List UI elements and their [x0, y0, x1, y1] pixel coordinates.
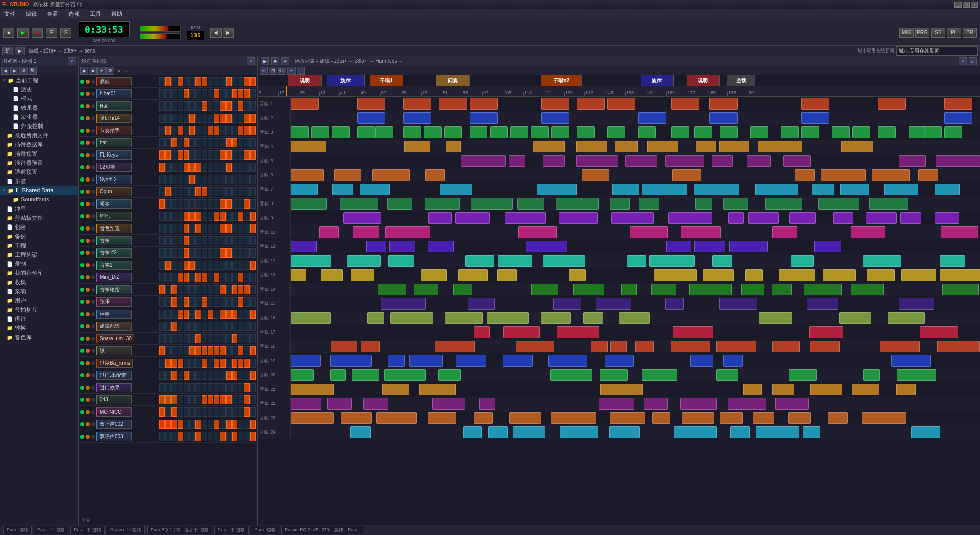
step-btn-6-2[interactable]: [172, 150, 177, 160]
step-btn-14-11[interactable]: [226, 248, 232, 258]
step-btn-16-7[interactable]: [202, 273, 207, 282]
step-btn-14-2[interactable]: [172, 248, 177, 258]
step-btn-6-11[interactable]: [226, 150, 232, 160]
clip-2-0[interactable]: [291, 126, 309, 138]
clip-15-1[interactable]: [368, 312, 384, 324]
step-led-active-2[interactable]: [80, 104, 84, 108]
step-btn-3-3[interactable]: [178, 114, 183, 123]
step-btn-29-3[interactable]: [178, 432, 183, 441]
step-btn-8-0[interactable]: [159, 175, 165, 184]
step-btn-14-1[interactable]: [165, 248, 171, 258]
step-led-solo-16[interactable]: [91, 275, 95, 279]
track-content-23[interactable]: [291, 425, 980, 439]
track-content-13[interactable]: [291, 283, 980, 296]
step-btn-10-1[interactable]: [165, 199, 171, 209]
seq-settings-button[interactable]: ⚙: [106, 67, 114, 75]
step-btn-3-10[interactable]: [220, 114, 226, 123]
clip-18-5[interactable]: [503, 355, 533, 367]
clip-21-4[interactable]: [479, 398, 495, 410]
clip-10-1[interactable]: [366, 241, 386, 252]
step-btn-28-6[interactable]: [195, 420, 201, 429]
clip-5-3[interactable]: [425, 169, 445, 181]
step-btn-20-7[interactable]: [202, 322, 207, 331]
step-led-solo-10[interactable]: [91, 202, 95, 206]
clip-3-4[interactable]: [576, 141, 607, 152]
clip-23-3[interactable]: [513, 426, 545, 438]
step-led-mute-6[interactable]: [86, 153, 90, 157]
clip-12-4[interactable]: [458, 269, 488, 281]
step-btn-26-13[interactable]: [238, 395, 243, 404]
step-btn-26-4[interactable]: [184, 395, 189, 404]
step-track-name-24[interactable]: 过门.出配套: [96, 371, 132, 380]
step-btn-27-10[interactable]: [220, 407, 226, 417]
step-btn-6-15[interactable]: [250, 150, 256, 160]
clip-4-7[interactable]: [747, 155, 771, 167]
step-btn-5-0[interactable]: [159, 138, 165, 147]
step-led-solo-14[interactable]: [91, 251, 95, 255]
step-btn-21-1[interactable]: [165, 334, 171, 343]
step-led-mute-1[interactable]: [86, 92, 90, 96]
step-btn-28-8[interactable]: [208, 420, 213, 429]
step-track-name-0[interactable]: 底鼓: [96, 77, 132, 86]
step-btn-21-3[interactable]: [178, 334, 183, 343]
clip-23-2[interactable]: [488, 426, 508, 438]
step-btn-19-15[interactable]: [250, 310, 256, 319]
step-btn-23-9[interactable]: [214, 359, 219, 368]
step-btn-13-13[interactable]: [238, 236, 243, 245]
step-btn-7-14[interactable]: [244, 163, 250, 172]
step-btn-0-10[interactable]: [220, 77, 226, 86]
track-content-0[interactable]: [291, 97, 980, 111]
browser-item-13[interactable]: ▶📁Soundfonts: [0, 195, 78, 204]
step-led-mute-4[interactable]: [86, 129, 90, 133]
clip-11-2[interactable]: [388, 255, 414, 267]
step-btn-24-13[interactable]: [238, 371, 243, 380]
clip-8-11[interactable]: [866, 212, 897, 224]
clip-9-2[interactable]: [385, 226, 430, 238]
step-led-solo-18[interactable]: [91, 300, 95, 304]
step-btn-8-8[interactable]: [208, 175, 213, 184]
status-tab-4[interactable]: Para.EQ 2 (.5) - 混音平 包格: [147, 526, 212, 534]
clip-4-6[interactable]: [712, 155, 733, 167]
step-btn-15-2[interactable]: [172, 261, 177, 270]
clip-0-11[interactable]: [878, 98, 906, 110]
step-btn-17-0[interactable]: [159, 285, 165, 294]
step-btn-14-9[interactable]: [214, 248, 219, 258]
step-btn-15-15[interactable]: [250, 261, 256, 270]
step-btn-8-4[interactable]: [184, 175, 189, 184]
menu-file[interactable]: 文件: [2, 9, 17, 19]
clip-13-7[interactable]: [689, 284, 732, 295]
step-btn-5-12[interactable]: [232, 138, 238, 147]
clip-9-3[interactable]: [518, 226, 557, 238]
step-led-mute-2[interactable]: [86, 104, 90, 108]
step-btn-27-13[interactable]: [238, 407, 243, 417]
clip-20-5[interactable]: [772, 384, 794, 395]
clip-10-2[interactable]: [389, 241, 415, 252]
step-btn-14-15[interactable]: [250, 248, 256, 258]
clip-20-4[interactable]: [743, 384, 762, 395]
step-btn-22-0[interactable]: [159, 346, 165, 355]
step-led-solo-13[interactable]: [91, 239, 95, 243]
step-led-mute-9[interactable]: [86, 190, 90, 194]
step-btn-8-10[interactable]: [220, 175, 226, 184]
step-led-mute-14[interactable]: [86, 251, 90, 255]
step-btn-0-1[interactable]: [165, 77, 171, 86]
clip-2-17[interactable]: [694, 126, 712, 138]
step-btn-21-4[interactable]: [184, 334, 189, 343]
step-btn-23-7[interactable]: [202, 359, 207, 368]
step-btn-29-0[interactable]: [159, 432, 165, 441]
clip-10-8[interactable]: [814, 241, 841, 252]
clip-16-5[interactable]: [920, 326, 958, 338]
step-btn-29-2[interactable]: [172, 432, 177, 441]
step-btn-27-8[interactable]: [208, 407, 213, 417]
step-led-active-1[interactable]: [80, 92, 84, 96]
step-btn-23-10[interactable]: [220, 359, 226, 368]
step-btn-1-8[interactable]: [208, 89, 213, 98]
clip-19-7[interactable]: [642, 369, 677, 381]
clip-3-7[interactable]: [696, 141, 716, 152]
clip-12-1[interactable]: [321, 269, 343, 281]
step-btn-13-1[interactable]: [165, 236, 171, 245]
step-btn-23-4[interactable]: [184, 359, 189, 368]
track-content-21[interactable]: [291, 397, 980, 411]
step-btn-20-14[interactable]: [244, 322, 250, 331]
step-btn-25-4[interactable]: [184, 383, 189, 392]
